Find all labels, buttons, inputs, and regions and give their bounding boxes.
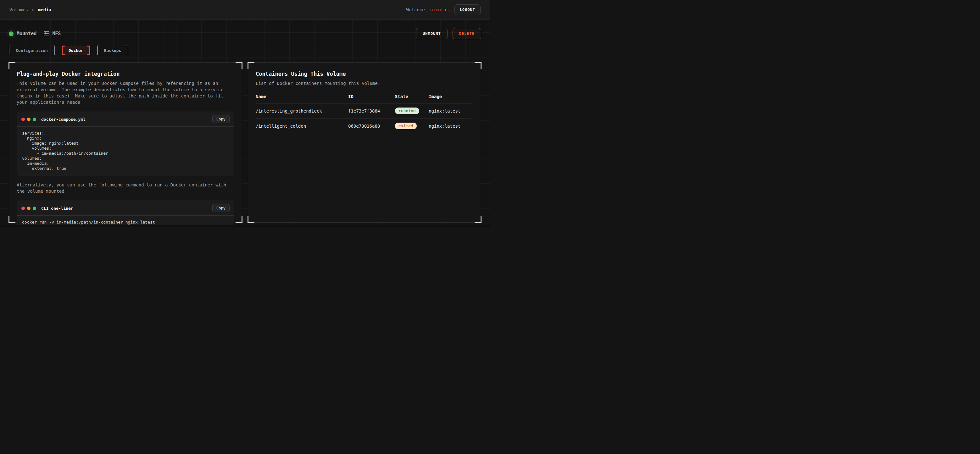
- copy-compose-button[interactable]: Copy: [212, 115, 229, 123]
- main-area: Mounted NFS UNMOUNT DELETE Configurati: [0, 20, 490, 227]
- panel-corner-accent: [8, 62, 16, 69]
- bottom-strip: [0, 225, 490, 227]
- compose-code-block: docker-compose.yml Copy services: nginx:…: [17, 112, 234, 175]
- docker-integration-panel: Plug-and-play Docker integration This vo…: [9, 62, 242, 222]
- mount-status-label: Mounted: [17, 31, 37, 37]
- container-id-cell: f1e73e7f3884: [348, 108, 395, 113]
- cli-code-block: CLI one-liner Copy docker run -v im-medi…: [17, 201, 234, 227]
- panel-corner-accent: [474, 216, 482, 223]
- window-dot-amber-icon: [27, 206, 30, 210]
- compose-filename: docker-compose.yml: [41, 117, 86, 122]
- tab-configuration[interactable]: Configuration: [9, 46, 55, 56]
- window-dot-amber-icon: [27, 117, 30, 121]
- containers-table-header: Name ID State Image: [256, 94, 473, 103]
- cli-filename: CLI one-liner: [41, 206, 73, 211]
- container-name-cell: /intelligent_colden: [256, 124, 348, 129]
- window-dots: [21, 206, 36, 210]
- logout-button[interactable]: LOGOUT: [455, 5, 480, 15]
- tab-backups[interactable]: Backups: [97, 46, 128, 56]
- username: nicolas: [430, 7, 449, 12]
- unmount-button[interactable]: UNMOUNT: [416, 28, 447, 39]
- compose-code-text: services: nginx: image: nginx:latest vol…: [17, 127, 234, 175]
- window-dot-red-icon: [21, 117, 25, 121]
- panel-corner-accent: [248, 62, 255, 69]
- containers-table-body: /interesting_grothendieckf1e73e7f3884run…: [256, 103, 473, 133]
- window-dots: [21, 117, 36, 121]
- panel-corner-accent: [8, 216, 16, 223]
- driver-label: NFS: [52, 31, 61, 37]
- tab-bar: Configuration Docker Backups: [0, 39, 490, 56]
- tab-docker[interactable]: Docker: [62, 46, 90, 56]
- column-header-name: Name: [256, 94, 348, 99]
- state-badge: running: [395, 108, 419, 114]
- top-bar: Volumes > media Welcome, nicolas LOGOUT: [0, 0, 490, 20]
- column-header-id: ID: [348, 94, 395, 99]
- column-header-state: State: [395, 94, 429, 99]
- container-id-cell: 069e73016a88: [348, 124, 395, 129]
- welcome-text: Welcome, nicolas: [406, 7, 449, 12]
- container-name-cell: /interesting_grothendieck: [256, 108, 348, 113]
- column-header-image: Image: [429, 94, 473, 99]
- containers-table: Name ID State Image /interesting_grothen…: [256, 94, 473, 133]
- breadcrumb: Volumes > media: [10, 7, 51, 12]
- containers-panel-description: List of Docker containers mounting this …: [256, 80, 473, 86]
- window-dot-green-icon: [33, 117, 36, 121]
- panel-corner-accent: [248, 216, 255, 223]
- container-image-cell: nginx:latest: [429, 124, 473, 129]
- docker-panel-title: Plug-and-play Docker integration: [17, 71, 234, 77]
- mount-status: Mounted: [9, 31, 37, 37]
- welcome-prefix: Welcome,: [406, 7, 427, 12]
- window-dot-red-icon: [21, 206, 25, 210]
- window-dot-green-icon: [33, 206, 36, 210]
- panel-corner-accent: [235, 62, 242, 69]
- containers-panel-title: Containers Using This Volume: [256, 71, 473, 77]
- table-row: /intelligent_colden069e73016a88exitedngi…: [256, 119, 473, 133]
- containers-panel: Containers Using This Volume List of Doc…: [248, 62, 481, 222]
- delete-button[interactable]: DELETE: [453, 28, 481, 39]
- docker-panel-description: This volume can be used in your Docker C…: [17, 80, 234, 105]
- mounted-status-dot: [9, 32, 14, 36]
- panel-corner-accent: [474, 62, 482, 69]
- cli-intro-text: Alternatively, you can use the following…: [17, 182, 234, 194]
- breadcrumb-volumes-link[interactable]: Volumes: [10, 7, 28, 12]
- volume-driver: NFS: [43, 30, 61, 37]
- server-icon: [43, 30, 50, 37]
- table-row: /interesting_grothendieckf1e73e7f3884run…: [256, 103, 473, 119]
- breadcrumb-current-volume: media: [38, 7, 51, 12]
- container-image-cell: nginx:latest: [429, 108, 473, 113]
- copy-cli-button[interactable]: Copy: [212, 204, 229, 212]
- state-badge: exited: [395, 122, 417, 129]
- chevron-right-icon: >: [32, 8, 34, 12]
- panel-corner-accent: [235, 216, 242, 223]
